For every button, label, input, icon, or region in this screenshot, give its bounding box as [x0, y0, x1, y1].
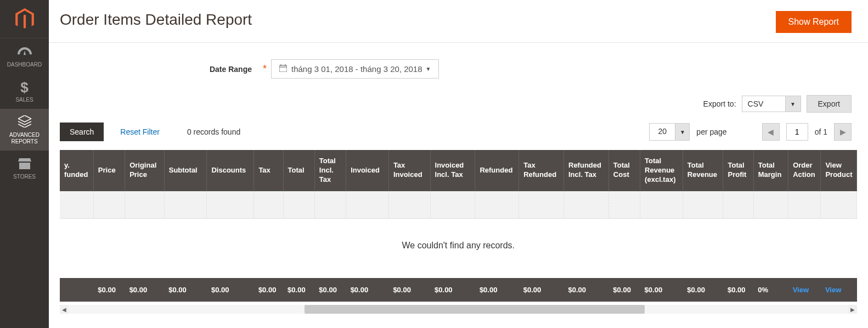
- footer-cell: $0.00: [346, 278, 389, 302]
- export-button[interactable]: Export: [807, 95, 852, 113]
- chevron-down-icon: ▼: [426, 66, 431, 72]
- col-total[interactable]: Total: [283, 150, 314, 191]
- export-format-select[interactable]: CSV ▼: [742, 96, 801, 112]
- scroll-thumb[interactable]: [305, 305, 645, 314]
- col-subtotal[interactable]: Subtotal: [164, 150, 207, 191]
- table-wrap: y. funded Price Original Price Subtotal …: [60, 150, 857, 302]
- per-page-value[interactable]: 20: [649, 123, 675, 141]
- required-asterisk: *: [263, 63, 267, 75]
- footer-cell: $0.00: [254, 278, 283, 302]
- sidebar-item-dashboard[interactable]: DASHBOARD: [0, 38, 49, 74]
- col-invoiced-incl-tax[interactable]: Invoiced Incl. Tax: [430, 150, 475, 191]
- empty-row: We couldn't find any records.: [60, 219, 857, 279]
- col-tax-invoiced[interactable]: Tax Invoiced: [388, 150, 430, 191]
- footer-view-product[interactable]: View: [821, 278, 857, 302]
- date-range-label: Date Range: [60, 65, 263, 74]
- col-refunded-incl-tax[interactable]: Refunded Incl. Tax: [564, 150, 609, 191]
- gauge-icon: [18, 45, 32, 59]
- export-row: Export to: CSV ▼ Export: [49, 95, 868, 123]
- footer-cell: $0.00: [608, 278, 640, 302]
- records-found-text: 0 records found: [187, 127, 240, 136]
- export-label: Export to:: [703, 99, 736, 108]
- footer-cell: $0.00: [475, 278, 519, 302]
- filter-row: Date Range * tháng 3 01, 2018 - tháng 3 …: [49, 43, 868, 95]
- horizontal-scrollbar[interactable]: ◀ ▶: [60, 305, 857, 314]
- col-tax-refunded[interactable]: Tax Refunded: [519, 150, 564, 191]
- date-range-picker[interactable]: tháng 3 01, 2018 - tháng 3 20, 2018 ▼: [271, 59, 439, 79]
- sidebar-item-label: STORES: [13, 174, 36, 180]
- magento-logo[interactable]: [0, 0, 49, 38]
- sidebar: DASHBOARD $ SALES ADVANCEDREPORTS STORES: [0, 0, 49, 328]
- table-footer-row: $0.00 $0.00 $0.00 $0.00 $0.00 $0.00 $0.0…: [60, 278, 857, 302]
- view-link[interactable]: View: [793, 286, 809, 294]
- sidebar-item-advanced-reports[interactable]: ADVANCEDREPORTS: [0, 109, 49, 151]
- report-table: y. funded Price Original Price Subtotal …: [60, 150, 857, 302]
- calendar-icon: [279, 64, 287, 74]
- col-price[interactable]: Price: [93, 150, 125, 191]
- col-total-revenue[interactable]: Total Revenue: [683, 150, 723, 191]
- col-total-incl-tax[interactable]: Total Incl. Tax: [314, 150, 346, 191]
- sidebar-item-label: ADVANCEDREPORTS: [9, 132, 40, 145]
- footer-cell: $0.00: [564, 278, 609, 302]
- sidebar-item-label: SALES: [15, 97, 33, 103]
- reset-filter-link[interactable]: Reset Filter: [120, 127, 160, 136]
- col-original-price[interactable]: Original Price: [125, 150, 165, 191]
- col-view-product[interactable]: View Product: [821, 150, 857, 191]
- footer-order-action[interactable]: View: [788, 278, 821, 302]
- col-tax[interactable]: Tax: [254, 150, 283, 191]
- footer-cell: $0.00: [388, 278, 430, 302]
- next-page-button[interactable]: ▶: [834, 123, 852, 141]
- footer-cell: $0.00: [723, 278, 753, 302]
- table-filter-row: [60, 191, 857, 219]
- date-range-value: tháng 3 01, 2018 - tháng 3 20, 2018: [291, 64, 422, 74]
- chevron-down-icon[interactable]: ▼: [675, 123, 690, 141]
- date-range-label-text: Date Range: [210, 65, 252, 74]
- sidebar-item-label: DASHBOARD: [7, 62, 42, 68]
- layers-icon: [18, 115, 31, 130]
- magento-logo-icon: [14, 8, 36, 30]
- col-total-profit[interactable]: Total Profit: [723, 150, 753, 191]
- sidebar-menu: DASHBOARD $ SALES ADVANCEDREPORTS STORES: [0, 38, 49, 186]
- export-format-value: CSV: [742, 96, 786, 112]
- col-discounts[interactable]: Discounts: [207, 150, 254, 191]
- store-icon: [18, 157, 31, 171]
- col-total-margin[interactable]: Total Margin: [753, 150, 788, 191]
- footer-cell: $0.00: [430, 278, 475, 302]
- col-total-revenue-excl-tax[interactable]: Total Revenue (excl.tax): [640, 150, 683, 191]
- col-total-cost[interactable]: Total Cost: [608, 150, 640, 191]
- page-header: Order Items Detailed Report Show Report: [49, 0, 868, 43]
- footer-cell: $0.00: [519, 278, 564, 302]
- footer-cell: $0.00: [207, 278, 254, 302]
- col-order-action[interactable]: Order Action: [788, 150, 821, 191]
- col-qty-refunded[interactable]: y. funded: [60, 150, 93, 191]
- page-title: Order Items Detailed Report: [60, 11, 252, 29]
- grid-toolbar: Search Reset Filter 0 records found 20 ▼…: [49, 123, 868, 148]
- footer-cell: $0.00: [93, 278, 125, 302]
- scroll-right-arrow-icon[interactable]: ▶: [848, 305, 857, 314]
- scroll-track[interactable]: [69, 305, 848, 314]
- current-page-input[interactable]: [786, 123, 808, 141]
- search-button[interactable]: Search: [60, 123, 104, 141]
- prev-page-button[interactable]: ◀: [762, 123, 780, 141]
- footer-cell: $0.00: [283, 278, 314, 302]
- sidebar-item-sales[interactable]: $ SALES: [0, 74, 49, 109]
- footer-cell: [60, 278, 93, 302]
- col-refunded[interactable]: Refunded: [475, 150, 519, 191]
- sidebar-item-stores[interactable]: STORES: [0, 151, 49, 186]
- col-invoiced[interactable]: Invoiced: [346, 150, 389, 191]
- footer-cell: $0.00: [314, 278, 346, 302]
- view-link[interactable]: View: [825, 286, 841, 294]
- footer-cell: $0.00: [164, 278, 207, 302]
- footer-cell: $0.00: [125, 278, 165, 302]
- show-report-button[interactable]: Show Report: [776, 11, 852, 33]
- footer-cell: $0.00: [683, 278, 723, 302]
- footer-cell: 0%: [753, 278, 788, 302]
- footer-cell: $0.00: [640, 278, 683, 302]
- chevron-down-icon[interactable]: ▼: [786, 96, 801, 112]
- main-content: Order Items Detailed Report Show Report …: [49, 0, 868, 328]
- scroll-left-arrow-icon[interactable]: ◀: [60, 305, 69, 314]
- per-page-label: per page: [696, 127, 726, 136]
- dollar-icon: $: [20, 80, 28, 94]
- svg-rect-0: [279, 65, 287, 72]
- table-header-row: y. funded Price Original Price Subtotal …: [60, 150, 857, 191]
